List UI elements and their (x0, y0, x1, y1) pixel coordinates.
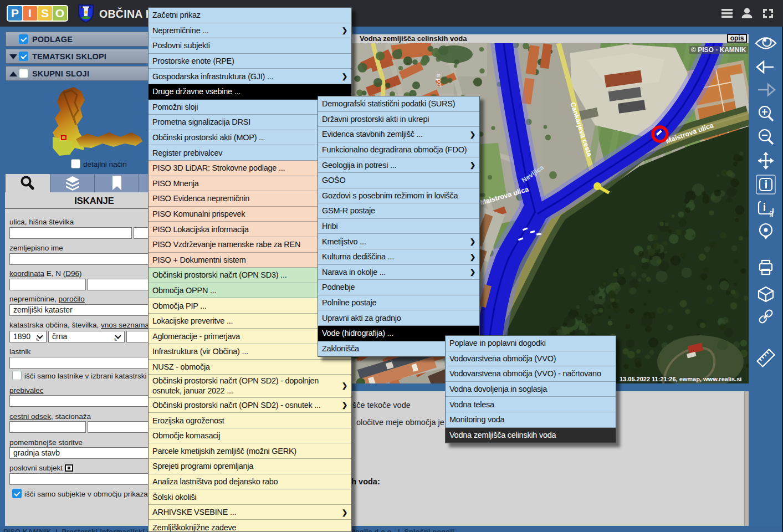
svg-text:a pot: a pot (436, 73, 443, 87)
svg-text:g: g (769, 208, 774, 217)
